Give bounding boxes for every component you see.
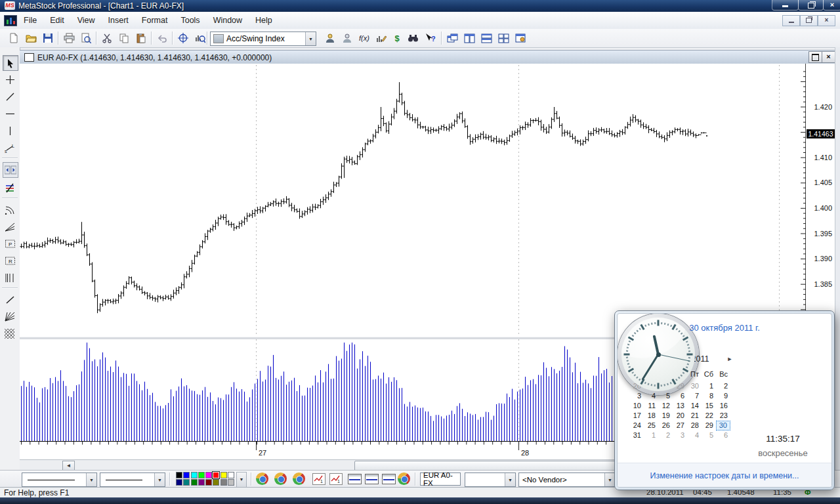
calendar-day[interactable]: 30: [687, 381, 702, 391]
calendar-day[interactable]: 14: [687, 401, 702, 411]
calendar-day[interactable]: 21: [687, 411, 702, 421]
restore-button[interactable]: [798, 0, 824, 10]
chart-title-bar[interactable]: EUR A0-FX (1.414630, 1.414630, 1.414630,…: [20, 50, 835, 65]
color-swatch[interactable]: [198, 479, 205, 486]
fibonacci-retracement-tool[interactable]: R: [3, 253, 17, 268]
chart-close-button[interactable]: ×: [822, 51, 835, 63]
menu-item-tools[interactable]: Tools: [174, 14, 206, 27]
chart-maximize-button[interactable]: [808, 51, 822, 63]
next-month-button[interactable]: ►: [725, 356, 734, 362]
calendar-day[interactable]: 7: [687, 391, 702, 401]
chevron-down-icon[interactable]: ▼: [305, 32, 316, 45]
calendar-day[interactable]: 29: [702, 421, 716, 430]
calendar-day[interactable]: 12: [658, 401, 673, 411]
new-chart-button[interactable]: [7, 31, 21, 45]
fibonacci-arcs-tool[interactable]: [3, 202, 17, 217]
save-button[interactable]: [41, 31, 55, 45]
calendar-day[interactable]: 18: [644, 411, 658, 421]
color-swatch[interactable]: [228, 479, 234, 486]
downloader-launch-button[interactable]: [293, 472, 305, 485]
semilog-trendline-tool[interactable]: sL: [3, 140, 17, 155]
menu-item-format[interactable]: Format: [135, 14, 175, 27]
trendline-tool[interactable]: [3, 89, 17, 104]
gann-fan-tool[interactable]: [3, 309, 17, 324]
calendar-day[interactable]: 11: [644, 401, 658, 411]
calendar-day[interactable]: 3: [673, 430, 687, 440]
line-style-tool[interactable]: [3, 180, 17, 195]
crosshair-pointer-button[interactable]: [176, 31, 190, 45]
calendar-day[interactable]: 25: [644, 421, 658, 430]
vendor-combobox[interactable]: <No Vendor> ▼: [518, 472, 616, 487]
horizontal-line-tool[interactable]: [3, 106, 17, 121]
fibonacci-projection-tool[interactable]: P: [3, 236, 17, 251]
period-combobox[interactable]: ▼: [465, 472, 516, 487]
paste-button[interactable]: [134, 31, 148, 45]
calendar-day[interactable]: 15: [702, 401, 716, 411]
calendar-day[interactable]: 22: [702, 411, 716, 421]
chevron-down-icon[interactable]: ▼: [505, 473, 515, 486]
copy-button[interactable]: [117, 31, 131, 45]
menu-item-view[interactable]: View: [71, 14, 102, 27]
downloader-button[interactable]: [340, 31, 354, 45]
explorer-button[interactable]: [406, 31, 420, 45]
color-swatch[interactable]: [198, 472, 205, 478]
calendar-day[interactable]: 1: [644, 430, 658, 440]
close-button[interactable]: ×: [823, 0, 840, 10]
open-chart-button[interactable]: [24, 31, 38, 45]
calendar-day[interactable]: 5: [702, 430, 716, 440]
change-datetime-settings-link[interactable]: Изменение настроек даты и времени...: [618, 471, 831, 480]
indicator-builder-button[interactable]: f(x): [357, 31, 371, 45]
scroll-chart-buttons[interactable]: [3, 162, 18, 178]
tile-vertical-button[interactable]: [462, 31, 476, 45]
color-swatch[interactable]: [220, 479, 227, 486]
vertical-line-tool[interactable]: [3, 123, 17, 138]
intraday-chart-button[interactable]: 1: [312, 473, 326, 485]
calendar-day[interactable]: 8: [702, 391, 716, 401]
price-pane[interactable]: 1.4201.4101.4051.4001.3951.3901.385 1.41…: [20, 64, 835, 337]
color-swatch[interactable]: [176, 472, 182, 478]
calendar-day[interactable]: 27: [673, 421, 687, 430]
indicator-combobox[interactable]: Acc/Swing Index ▼: [210, 32, 316, 46]
calendar-day[interactable]: 5: [658, 391, 673, 401]
line-weight-combobox[interactable]: ▼: [100, 472, 165, 487]
calendar-day[interactable]: 6: [716, 430, 730, 440]
tile-grid-button[interactable]: [496, 31, 511, 45]
color-swatch[interactable]: [191, 479, 198, 486]
tile-horizontal-button[interactable]: [479, 31, 494, 45]
color-swatch[interactable]: [183, 479, 190, 486]
calendar-day[interactable]: 9: [716, 391, 730, 401]
pointer-tool[interactable]: [3, 55, 18, 71]
quotes-button[interactable]: [256, 472, 268, 485]
window-layout-3-button[interactable]: [382, 474, 396, 484]
undo-button[interactable]: [155, 31, 169, 45]
palette-dropdown-button[interactable]: ▼: [236, 472, 247, 488]
window-layout-2-button[interactable]: [365, 474, 379, 484]
color-swatch[interactable]: [176, 479, 182, 486]
child-close-button[interactable]: ×: [818, 15, 835, 26]
color-swatch[interactable]: [213, 472, 219, 478]
calendar-day[interactable]: 23: [716, 411, 730, 421]
zoom-chart-button[interactable]: [193, 31, 207, 45]
symbol-input[interactable]: EUR A0-FX: [420, 472, 461, 486]
color-swatch[interactable]: [205, 479, 212, 486]
calendar-day[interactable]: 24: [629, 421, 644, 430]
chevron-down-icon[interactable]: ▼: [86, 473, 96, 486]
crosshair-tool[interactable]: [3, 72, 17, 87]
color-palette[interactable]: [176, 472, 235, 486]
workspace-button[interactable]: [513, 31, 528, 45]
chart-document-icon[interactable]: [4, 15, 17, 26]
chevron-down-icon[interactable]: ▼: [604, 473, 615, 486]
calendar-day[interactable]: 26: [658, 421, 673, 430]
calendar-day[interactable]: 1: [702, 381, 716, 391]
cut-button[interactable]: [100, 31, 114, 45]
menu-item-window[interactable]: Window: [207, 14, 249, 27]
calendar-day[interactable]: 17: [629, 411, 644, 421]
color-swatch[interactable]: [213, 479, 219, 486]
line-style-combobox[interactable]: ▼: [22, 472, 97, 487]
cascade-windows-button[interactable]: [445, 31, 459, 45]
menu-item-edit[interactable]: Edit: [43, 14, 71, 27]
whats-this-help-button[interactable]: ?: [423, 31, 437, 45]
calendar-day[interactable]: 6: [673, 391, 687, 401]
calendar-day-selected[interactable]: 30: [716, 421, 730, 430]
fibonacci-timezones-tool[interactable]: [3, 270, 17, 285]
